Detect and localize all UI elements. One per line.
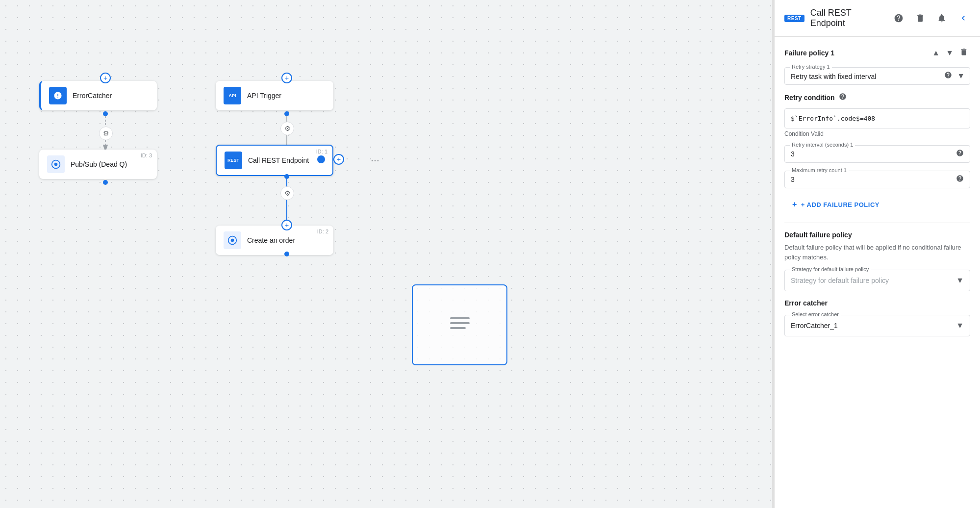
rest-connector-circle	[316, 154, 326, 164]
connector-dot-2	[103, 180, 108, 185]
rest-more-button[interactable]: ⋯	[369, 153, 381, 168]
create-order-id: ID: 2	[317, 229, 328, 234]
max-retry-value: 3	[791, 176, 795, 183]
connector-dot-3	[284, 111, 289, 116]
error-catcher-section: Error catcher Select error catcher Error…	[784, 299, 970, 336]
default-policy-desc: Default failure policy that will be appl…	[784, 243, 970, 262]
strategy-default-label: Strategy for default failure policy	[790, 266, 871, 272]
strategy-default-placeholder: Strategy for default failure policy	[791, 277, 889, 284]
policy-down-btn[interactable]: ▼	[944, 48, 955, 58]
right-panel: REST Call REST Endpoint Failure policy 1…	[774, 0, 980, 508]
strategy-default-field[interactable]: Strategy for default failure policy Stra…	[784, 270, 970, 291]
svg-rect-13	[450, 327, 466, 329]
retry-strategy-field[interactable]: Retry strategy 1 Retry task with fixed i…	[784, 67, 970, 85]
policy-controls: ▲ ▼	[930, 47, 970, 59]
node-icon-pubsub	[47, 155, 65, 173]
retry-interval-field[interactable]: Retry interval (seconds) 1 3	[784, 145, 970, 163]
help-icon-btn[interactable]	[892, 11, 905, 25]
svg-point-10	[231, 239, 234, 242]
max-retry-field[interactable]: Maximum retry count 1 3	[784, 171, 970, 188]
select-catcher-label: Select error catcher	[790, 311, 841, 317]
add-right-rest[interactable]: +	[333, 154, 344, 165]
retry-interval-help-icon[interactable]	[956, 149, 964, 159]
delete-icon-btn[interactable]	[913, 11, 927, 25]
error-catcher-node[interactable]: ErrorCatcher	[39, 81, 157, 110]
connector-dot-1	[103, 111, 108, 116]
gear-error-catcher[interactable]: ⚙	[99, 127, 113, 140]
retry-interval-label: Retry interval (seconds) 1	[790, 142, 855, 148]
condition-box[interactable]: $`ErrorInfo`.code$=408	[784, 108, 970, 128]
node-icon-api: API	[224, 87, 241, 104]
add-policy-plus-icon: +	[792, 200, 797, 209]
workflow-canvas[interactable]: ErrorCatcher + ⚙ ▼ Pub/Sub (Dead Q) ID: …	[0, 0, 772, 508]
failure-policy-title: Failure policy 1	[784, 49, 834, 57]
panel-rest-badge: REST	[784, 15, 804, 22]
node-icon-rest: REST	[225, 152, 242, 169]
api-trigger-label: API Trigger	[247, 92, 281, 100]
error-catcher-title: Error catcher	[784, 299, 970, 307]
select-catcher-value: ErrorCatcher_1	[791, 322, 838, 330]
connector-dot-4	[284, 174, 289, 179]
panel-header: REST Call REST Endpoint	[775, 0, 980, 37]
create-order-node[interactable]: Create an order ID: 2	[216, 226, 333, 255]
retry-strategy-label: Retry strategy 1	[790, 64, 832, 70]
retry-condition-label: Retry condition	[784, 94, 835, 102]
select-catcher-field[interactable]: Select error catcher ErrorCatcher_1 ▼	[784, 315, 970, 336]
node-icon-exclamation	[49, 87, 67, 104]
condition-valid: Condition Valid	[784, 130, 970, 137]
svg-point-8	[54, 163, 58, 166]
strategy-default-arrow-icon: ▼	[956, 276, 964, 285]
policy-up-btn[interactable]: ▲	[930, 48, 942, 58]
rest-endpoint-id: ID: 1	[316, 149, 327, 154]
pubsub-id: ID: 3	[141, 152, 152, 158]
condition-value: $`ErrorInfo`.code$=408	[791, 115, 875, 122]
gear-api-trigger[interactable]: ⚙	[280, 122, 294, 135]
default-policy-section: Default failure policy Default failure p…	[784, 231, 970, 291]
connector-dot-5	[284, 252, 289, 256]
panel-content: Failure policy 1 ▲ ▼ Retry strategy 1 Re…	[775, 37, 980, 508]
pubsub-node[interactable]: Pub/Sub (Dead Q) ID: 3	[39, 150, 157, 179]
thumbnail-icon	[450, 315, 470, 334]
add-policy-btn-label: + ADD FAILURE POLICY	[801, 201, 879, 208]
retry-strategy-value: Retry task with fixed interval	[791, 72, 964, 80]
gear-rest[interactable]: ⚙	[280, 186, 294, 200]
api-trigger-node[interactable]: API API Trigger	[216, 81, 333, 110]
retry-strategy-dropdown-icon: ▼	[957, 72, 965, 80]
pubsub-label: Pub/Sub (Dead Q)	[71, 160, 127, 168]
max-retry-label: Maximum retry count 1	[790, 167, 849, 173]
add-above-api-trigger[interactable]: +	[281, 73, 292, 83]
retry-condition-help-icon[interactable]	[839, 93, 847, 102]
retry-strategy-help-icon[interactable]	[944, 71, 952, 81]
default-policy-title: Default failure policy	[784, 231, 970, 239]
retry-condition-section-header: Retry condition	[784, 93, 970, 102]
create-order-label: Create an order	[247, 236, 295, 244]
panel-title: Call REST Endpoint	[810, 8, 886, 28]
rest-endpoint-label: Call REST Endpoint	[248, 156, 309, 164]
svg-rect-11	[450, 317, 470, 319]
panel-icons	[892, 11, 970, 25]
policy-delete-btn[interactable]	[957, 47, 970, 59]
add-above-error-catcher[interactable]: +	[100, 73, 111, 83]
add-between-rest-order[interactable]: +	[281, 220, 292, 230]
select-catcher-arrow-icon: ▼	[956, 321, 964, 330]
collapse-icon-btn[interactable]	[956, 11, 970, 25]
thumbnail-box	[412, 284, 507, 365]
node-icon-create-order	[224, 231, 241, 249]
notification-icon-btn[interactable]	[935, 11, 949, 25]
failure-policy-header: Failure policy 1 ▲ ▼	[784, 47, 970, 59]
add-failure-policy-btn[interactable]: + + ADD FAILURE POLICY	[784, 196, 887, 213]
retry-interval-value: 3	[791, 150, 795, 158]
max-retry-help-icon[interactable]	[956, 175, 964, 184]
rest-endpoint-node[interactable]: REST Call REST Endpoint ID: 1	[216, 145, 333, 176]
svg-rect-12	[450, 322, 470, 324]
error-catcher-label: ErrorCatcher	[73, 92, 112, 100]
panel-divider-line	[784, 223, 970, 223]
